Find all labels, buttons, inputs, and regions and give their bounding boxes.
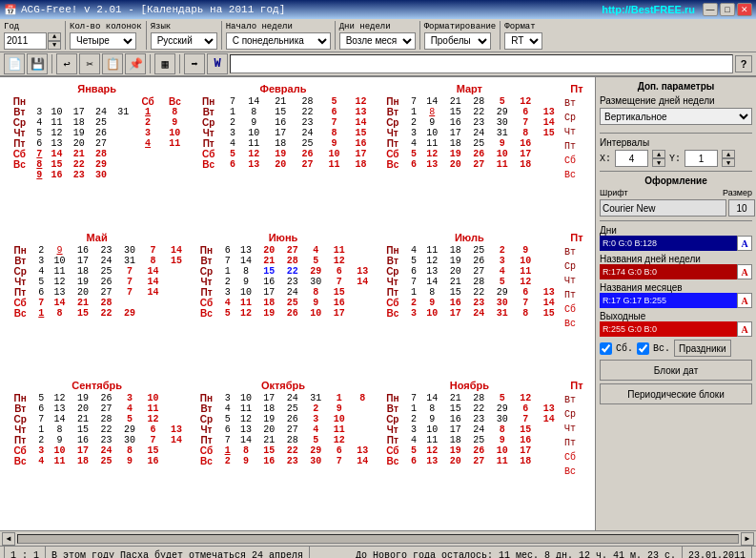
x-label: X: bbox=[600, 154, 611, 164]
months-color-row: R:17 G:17 B:255 A bbox=[600, 293, 752, 308]
paste-icon[interactable]: 📌 bbox=[125, 53, 146, 74]
jazyk-control: Русский English bbox=[151, 32, 217, 50]
cb-sat-label: Сб. bbox=[616, 343, 633, 354]
font-input[interactable] bbox=[600, 199, 726, 217]
format-control: RTF TXT bbox=[504, 32, 542, 50]
minimize-button[interactable]: — bbox=[703, 3, 718, 16]
months-color-label: Названия месяцев bbox=[600, 282, 752, 293]
september-table: Пн 5121926 310 Вт 6132027 411 Ср 7142128… bbox=[6, 393, 188, 466]
god-control: 2011 ▲ ▼ bbox=[4, 32, 61, 50]
october-table: Пн 310172431 18 Вт 4111825 29 Ср 5121926… bbox=[192, 393, 374, 466]
january-table: Пн Сб Вс Вт 310172431 18 Ср 4111825 29 bbox=[6, 96, 188, 180]
table-icon[interactable]: ▦ bbox=[154, 53, 175, 74]
maximize-button[interactable]: □ bbox=[720, 3, 735, 16]
july-title: Июль bbox=[378, 232, 561, 243]
month-october: Октябрь Пн 310172431 18 Вт 4111825 29 Ср bbox=[190, 378, 376, 527]
month-april-partial: Пт Вт Ср Чт Пт Сб Вс bbox=[562, 81, 591, 230]
god-spin-down[interactable]: ▼ bbox=[48, 41, 61, 50]
prazdniki-button[interactable]: Праздники bbox=[674, 340, 730, 357]
status-bar: 1 : 1 В этом году Пасха будет отмечаться… bbox=[0, 546, 756, 558]
month-june: Июнь Пн 6132027 411 Вт 7142128 512 Ср 18 bbox=[190, 230, 376, 379]
easter-text: В этом году Пасха будет отмечаться 24 ап… bbox=[51, 550, 303, 558]
arrow-icon[interactable]: ➡ bbox=[184, 53, 205, 74]
main-content: Январь Пн Сб Вс Вт 310172431 18 Ср bbox=[0, 77, 756, 530]
formatxt-label: Форматирование bbox=[424, 22, 497, 31]
god-input[interactable]: 2011 bbox=[4, 32, 47, 50]
jazyk-select[interactable]: Русский English bbox=[151, 32, 217, 50]
god-group: Год 2011 ▲ ▼ bbox=[4, 22, 61, 50]
cb-sun-label: Вс. bbox=[653, 343, 670, 354]
months-color-btn[interactable]: A bbox=[737, 293, 752, 308]
calendar-grid: Январь Пн Сб Вс Вт 310172431 18 Ср bbox=[4, 81, 591, 527]
placement-select[interactable]: Вертикальное Горизонтальное bbox=[600, 108, 752, 125]
icon-sep1 bbox=[51, 54, 52, 73]
cb-sat[interactable] bbox=[600, 342, 612, 355]
formatxt-group: Форматирование Пробелы Табуляция bbox=[424, 22, 497, 50]
kolvo-group: Кол-во колонок Четыре Три Два Один bbox=[70, 22, 142, 50]
x-spin-up[interactable]: ▲ bbox=[652, 150, 665, 158]
day-header-sb: Сб bbox=[134, 96, 162, 107]
oformlenie-title: Оформление bbox=[600, 176, 752, 186]
scroll-left-btn[interactable]: ◀ bbox=[2, 532, 15, 546]
dni-control: Возле месяцев Над месяцами bbox=[339, 32, 416, 50]
september-title: Сентябрь bbox=[6, 380, 188, 391]
title-bar-left: 📅 ACG-Free! v 2.01 - [Календарь на 2011 … bbox=[4, 4, 285, 16]
scroll-right-btn[interactable]: ▶ bbox=[741, 532, 754, 546]
dni-select[interactable]: Возле месяцев Над месяцами bbox=[339, 32, 416, 50]
periodic-button[interactable]: Периодические блоки bbox=[600, 383, 752, 404]
word-icon[interactable]: W bbox=[207, 53, 228, 74]
nachalo-group: Начало недели С понедельника С воскресен… bbox=[226, 22, 331, 50]
god-label: Год bbox=[4, 22, 19, 31]
dni-color-row: R:0 G:0 B:128 A bbox=[600, 236, 752, 251]
jazyk-group: Язык Русский English bbox=[151, 22, 217, 50]
save-icon[interactable]: 💾 bbox=[27, 53, 48, 74]
new-icon[interactable]: 📄 bbox=[4, 53, 25, 74]
weekday-swatch: R:174 G:0 B:0 bbox=[600, 264, 737, 279]
cb-sun[interactable] bbox=[637, 342, 649, 355]
y-spin-down[interactable]: ▼ bbox=[722, 158, 735, 167]
format-select[interactable]: RTF TXT bbox=[504, 32, 542, 50]
dni-swatch: R:0 G:0 B:128 bbox=[600, 236, 737, 251]
toolbar-textbox[interactable] bbox=[230, 54, 733, 73]
kolvo-select[interactable]: Четыре Три Два Один bbox=[70, 32, 136, 50]
app-icon: 📅 bbox=[4, 4, 17, 16]
copy-icon[interactable]: 📋 bbox=[102, 53, 123, 74]
title-bar: 📅 ACG-Free! v 2.01 - [Календарь на 2011 … bbox=[0, 0, 756, 19]
god-spin-up[interactable]: ▲ bbox=[48, 32, 61, 41]
month-december-partial: Пт Вт Ср Чт Пт Сб Вс bbox=[562, 378, 591, 527]
nachalo-control: С понедельника С воскресенья bbox=[226, 32, 331, 50]
scroll-track[interactable] bbox=[17, 534, 739, 544]
x-spin-down[interactable]: ▼ bbox=[652, 158, 665, 167]
x-input[interactable] bbox=[615, 150, 648, 167]
nachalo-select[interactable]: С понедельника С воскресенья bbox=[226, 32, 331, 50]
status-easter: В этом году Пасха будет отмечаться 24 ап… bbox=[46, 547, 310, 558]
month-may: Май Пн 29162330 714 Вт 310172431 815 Ср bbox=[4, 230, 190, 379]
panel-title: Доп. параметры bbox=[600, 81, 752, 92]
undo-icon[interactable]: ↩ bbox=[56, 53, 77, 74]
sep2 bbox=[146, 21, 147, 50]
dni-label: Дни недели bbox=[339, 22, 391, 31]
day-header-vs2: Вс bbox=[6, 159, 33, 170]
holidays-color-btn[interactable]: A bbox=[737, 321, 752, 337]
size-label: Размер bbox=[723, 188, 752, 197]
formatxt-select[interactable]: Пробелы Табуляция bbox=[424, 32, 491, 50]
sep6 bbox=[500, 21, 501, 50]
title-bar-right: http://BestFREE.ru — □ ✕ bbox=[602, 3, 752, 16]
holidays-swatch: R:255 G:0 B:0 bbox=[600, 321, 737, 337]
size-input[interactable] bbox=[728, 199, 755, 217]
sep5 bbox=[419, 21, 420, 50]
bloki-dat-button[interactable]: Блоки дат bbox=[600, 360, 752, 381]
month-march: Март Пн 7142128 512 Вт 18152229 613 Ср 2 bbox=[377, 81, 562, 230]
app-title: ACG-Free! v 2.01 - [Календарь на 2011 го… bbox=[21, 4, 285, 15]
hscrollbar: ◀ ▶ bbox=[0, 530, 756, 546]
weekday-color-btn[interactable]: A bbox=[737, 264, 752, 279]
font-label: Шрифт bbox=[600, 188, 721, 197]
y-input[interactable] bbox=[684, 150, 718, 167]
cut-icon[interactable]: ✂ bbox=[79, 53, 100, 74]
dni-color-btn[interactable]: A bbox=[737, 236, 752, 251]
checkbox-row: Сб. Вс. Праздники bbox=[600, 340, 752, 357]
close-button[interactable]: ✕ bbox=[737, 3, 752, 16]
help-button[interactable]: ? bbox=[735, 55, 752, 72]
toolbar-icons: 📄 💾 ↩ ✂ 📋 📌 ▦ ➡ W ? bbox=[0, 52, 756, 77]
y-spin-up[interactable]: ▲ bbox=[722, 150, 735, 158]
